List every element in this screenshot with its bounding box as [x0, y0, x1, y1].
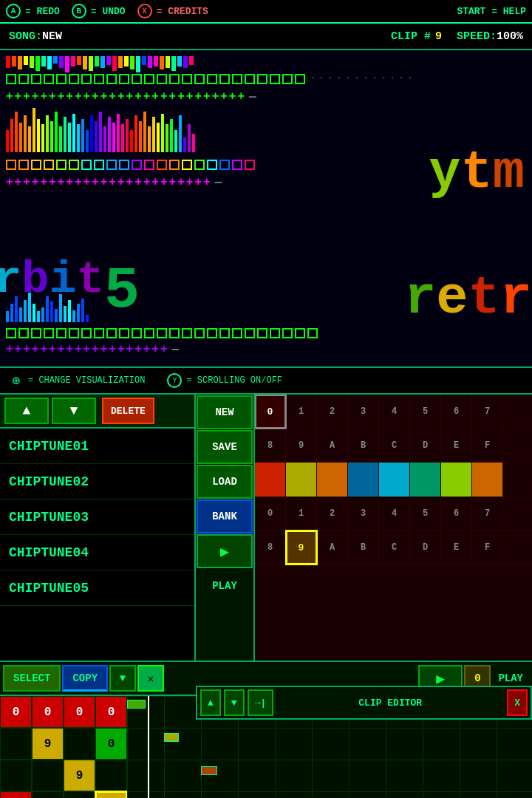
play-label: PLAY: [196, 569, 253, 603]
undo-control: B = UNDO: [72, 4, 126, 18]
seq-x-button[interactable]: ✕: [137, 665, 164, 692]
clip-cell-b3[interactable]: 3: [348, 497, 379, 531]
note-2[interactable]: [164, 733, 179, 742]
clip-cell-3[interactable]: 3: [348, 395, 379, 429]
clip-cell-cA[interactable]: A: [317, 531, 348, 565]
copy-button[interactable]: COPY: [62, 665, 108, 692]
clip-cell-B[interactable]: B: [348, 429, 379, 463]
note-1[interactable]: [127, 700, 146, 709]
delete-button[interactable]: DELETE: [102, 398, 154, 424]
key-r2c4[interactable]: 0: [95, 728, 127, 760]
clip-cell-2[interactable]: 2: [317, 395, 348, 429]
bank-button[interactable]: BANK: [197, 499, 253, 533]
clip-cell-c9-selected[interactable]: 9: [286, 531, 317, 565]
scrolling-hint: Y = SCROLLING ON/OFF: [167, 373, 282, 388]
clip-cell-bank-4[interactable]: [379, 463, 410, 497]
note-3[interactable]: [201, 766, 217, 775]
clip-cell-b0[interactable]: 0: [255, 497, 286, 531]
pixel-squares-row1: · · · · · · · · · · · ·: [6, 74, 412, 84]
clip-row-nums3: 8 9 A B C D E F: [255, 531, 532, 565]
clip-cell-cF[interactable]: F: [472, 531, 503, 565]
play-button[interactable]: ▶: [197, 534, 253, 568]
clip-cell-cE[interactable]: E: [441, 531, 472, 565]
key-r4c2[interactable]: [32, 791, 64, 798]
clip-cell-b1[interactable]: 1: [286, 497, 317, 531]
key-r1c1[interactable]: 0: [0, 696, 32, 728]
new-button[interactable]: NEW: [197, 395, 253, 429]
b-badge: B: [72, 4, 86, 18]
clip-cell-bank-2[interactable]: [317, 463, 348, 497]
undo-label: = UNDO: [91, 6, 126, 17]
clip-cell-4[interactable]: 4: [379, 395, 410, 429]
wave-bars-mid: [6, 108, 195, 152]
key-r2c1[interactable]: [0, 728, 32, 760]
clip-cell-cD[interactable]: D: [410, 531, 441, 565]
key-r1c4[interactable]: 0: [95, 696, 127, 728]
song-item-5[interactable]: CHIPTUNE05: [0, 570, 194, 606]
key-r1c3[interactable]: 0: [64, 696, 95, 728]
clip-cell-cB[interactable]: B: [348, 531, 379, 565]
seq-down-button[interactable]: ▼: [109, 665, 136, 692]
speed-label: SPEED:: [457, 30, 497, 43]
clip-cell-bank-5[interactable]: [410, 463, 441, 497]
key-r2c3[interactable]: [64, 728, 95, 760]
song-item-4[interactable]: CHIPTUNE04: [0, 535, 194, 570]
clip-cell-bank-1[interactable]: [286, 463, 317, 497]
clip-cell-E[interactable]: E: [441, 429, 472, 463]
clip-cell-b5[interactable]: 5: [410, 497, 441, 531]
clip-cell-D[interactable]: D: [410, 429, 441, 463]
clip-close-button[interactable]: X: [507, 689, 528, 716]
editor-area: ▲ ▼ DELETE CHIPTUNE01 CHIPTUNE02 CHIPTUN…: [0, 395, 532, 661]
key-r3c3[interactable]: 9: [64, 760, 95, 791]
key-r3c1[interactable]: [0, 760, 32, 791]
clip-cell-A[interactable]: A: [317, 429, 348, 463]
clip-cell-9[interactable]: 9: [286, 429, 317, 463]
clip-cell-cC[interactable]: C: [379, 531, 410, 565]
clip-cell-bank-3[interactable]: [348, 463, 379, 497]
arrow-down-button[interactable]: ▼: [52, 398, 96, 424]
key-r4c4[interactable]: 9: [95, 791, 127, 798]
song-item-2[interactable]: CHIPTUNE02: [0, 464, 194, 499]
key-r3c4[interactable]: [95, 760, 127, 791]
save-button[interactable]: SAVE: [197, 430, 253, 464]
key-r3c2[interactable]: [32, 760, 64, 791]
clip-cell-7[interactable]: 7: [472, 395, 503, 429]
a-badge: A: [6, 4, 21, 18]
clip-cell-bank-6[interactable]: [441, 463, 472, 497]
clip-cell-b6[interactable]: 6: [441, 497, 472, 531]
clip-cell-1[interactable]: 1: [286, 395, 317, 429]
song-item-3[interactable]: CHIPTUNE03: [0, 499, 194, 535]
clip-label: CLIP #: [391, 30, 431, 43]
key-r1c2[interactable]: 0: [32, 696, 64, 728]
clip-cell-bank-7[interactable]: [472, 463, 503, 497]
clip-editor-row: ▲ ▼ →| CLIP EDITOR X: [196, 686, 532, 720]
key-r2c2[interactable]: 9: [32, 728, 64, 760]
clip-down-button[interactable]: ▼: [224, 689, 245, 716]
key-r4c3[interactable]: [64, 791, 95, 798]
clip-cell-b4[interactable]: 4: [379, 497, 410, 531]
song-label: SONG:: [9, 30, 42, 43]
clip-cell-b2[interactable]: 2: [317, 497, 348, 531]
clip-cell-0-selected[interactable]: 0: [255, 395, 286, 429]
clip-row-1: 0 1 2 3 4 5 6 7: [255, 395, 532, 429]
load-button[interactable]: LOAD: [197, 465, 253, 499]
redo-label: = REDO: [25, 6, 60, 17]
clip-cell-b7[interactable]: 7: [472, 497, 503, 531]
clip-cell-6[interactable]: 6: [441, 395, 472, 429]
select-button[interactable]: SELECT: [3, 665, 61, 692]
clip-cell-C[interactable]: C: [379, 429, 410, 463]
clip-cell-5[interactable]: 5: [410, 395, 441, 429]
clip-forward-button[interactable]: →|: [248, 689, 274, 716]
clip-cell-bank-0[interactable]: [255, 463, 286, 497]
clip-up-button[interactable]: ▲: [200, 689, 221, 716]
clip-cell-c8[interactable]: 8: [255, 531, 286, 565]
key-r4c1[interactable]: 0: [0, 791, 32, 798]
arrow-up-button[interactable]: ▲: [4, 398, 49, 424]
clip-cell-8[interactable]: 8: [255, 429, 286, 463]
big-text-retr: r e t r: [404, 272, 532, 325]
action-buttons-col: NEW SAVE LOAD BANK ▶ PLAY: [196, 395, 255, 661]
clip-cell-F[interactable]: F: [472, 429, 503, 463]
clip-row-nums2: 0 1 2 3 4 5 6 7: [255, 497, 532, 531]
song-item-1[interactable]: CHIPTUNE01: [0, 429, 194, 464]
clip-editor-label: CLIP EDITOR: [352, 698, 428, 709]
